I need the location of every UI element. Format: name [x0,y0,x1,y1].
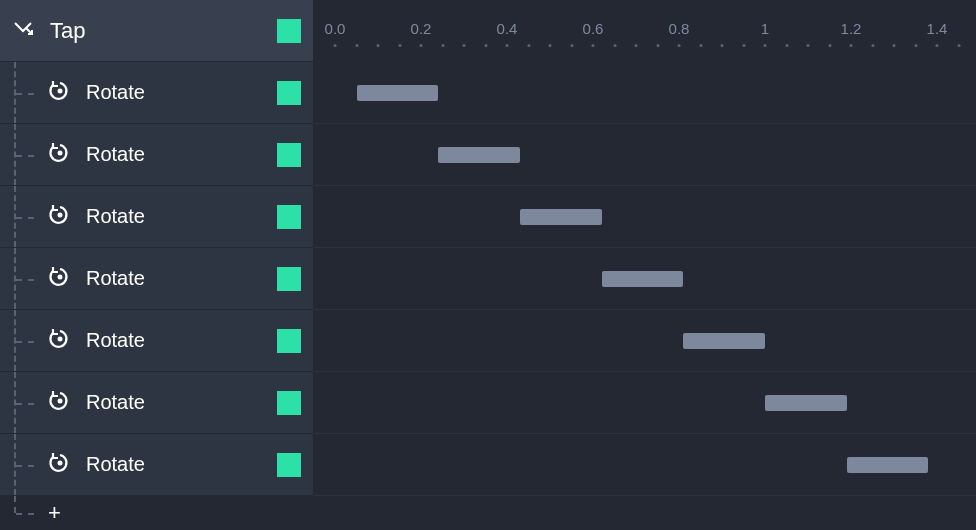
animation-block[interactable] [438,147,520,163]
rotate-icon [47,202,73,232]
svg-point-4 [58,336,63,341]
ruler-minor-tick [506,44,509,47]
ruler-minor-tick [334,44,337,47]
track-list: Tap Rotate [0,0,313,530]
timeline-row[interactable] [313,62,976,124]
animation-block[interactable] [357,85,439,101]
track-row[interactable]: Rotate [0,310,313,372]
track-label: Rotate [78,81,265,104]
rotate-icon [47,140,73,170]
timeline-row[interactable] [313,434,976,496]
ruler-major-tick: 0.6 [583,20,604,37]
ruler-major-tick: 0.4 [497,20,518,37]
color-swatch[interactable] [277,205,301,229]
animation-block[interactable] [602,271,684,287]
track-row[interactable]: Rotate [0,186,313,248]
ruler-minor-tick [377,44,380,47]
add-track-row[interactable]: + [0,496,313,530]
color-swatch[interactable] [277,329,301,353]
track-label: Rotate [78,267,265,290]
track-label: Rotate [78,453,265,476]
ruler-minor-tick [764,44,767,47]
ruler-minor-tick [957,44,960,47]
ruler-minor-tick [549,44,552,47]
color-swatch[interactable] [277,267,301,291]
track-label: Rotate [78,391,265,414]
ruler-minor-tick [828,44,831,47]
ruler-minor-tick [441,44,444,47]
svg-point-2 [58,212,63,217]
ruler-minor-tick [570,44,573,47]
ruler-major-tick: 0.2 [411,20,432,37]
svg-point-1 [58,150,63,155]
ruler-major-tick: 0.8 [669,20,690,37]
ruler-minor-tick [807,44,810,47]
ruler-minor-tick [721,44,724,47]
timeline-row[interactable] [313,248,976,310]
timeline-row[interactable] [313,124,976,186]
color-swatch[interactable] [277,19,301,43]
ruler-minor-tick [871,44,874,47]
track-label: Rotate [78,205,265,228]
tap-icon [12,18,34,44]
track-label: Rotate [78,143,265,166]
ruler-minor-tick [742,44,745,47]
svg-point-6 [58,460,63,465]
ruler-minor-tick [355,44,358,47]
track-row[interactable]: Rotate [0,62,313,124]
ruler-minor-tick [527,44,530,47]
ruler-minor-tick [484,44,487,47]
color-swatch[interactable] [277,391,301,415]
animation-block[interactable] [847,457,929,473]
track-row[interactable]: Rotate [0,372,313,434]
ruler-minor-tick [613,44,616,47]
ruler-major-tick: 1 [761,20,769,37]
ruler-major-tick: 0.0 [325,20,346,37]
animation-block[interactable] [765,395,847,411]
rotate-icon [47,264,73,294]
timeline-area[interactable]: 0.00.20.40.60.811.21.4 [313,0,976,530]
rotate-icon [47,326,73,356]
color-swatch[interactable] [277,81,301,105]
ruler-minor-tick [420,44,423,47]
track-row[interactable]: Rotate [0,248,313,310]
timeline-row[interactable] [313,372,976,434]
ruler-minor-tick [785,44,788,47]
rotate-icon [47,450,73,480]
ruler-minor-tick [699,44,702,47]
track-row[interactable]: Rotate [0,434,313,496]
rotate-icon [47,78,73,108]
color-swatch[interactable] [277,143,301,167]
svg-point-3 [58,274,63,279]
ruler-minor-tick [656,44,659,47]
ruler-minor-tick [592,44,595,47]
ruler-minor-tick [936,44,939,47]
ruler-minor-tick [914,44,917,47]
ruler-major-tick: 1.2 [841,20,862,37]
ruler-minor-tick [678,44,681,47]
rotate-icon [47,388,73,418]
track-row[interactable]: Rotate [0,124,313,186]
group-label: Tap [42,18,265,44]
ruler-minor-tick [463,44,466,47]
animation-block[interactable] [683,333,765,349]
ruler-minor-tick [893,44,896,47]
ruler-minor-tick [635,44,638,47]
group-header[interactable]: Tap [0,0,313,62]
track-label: Rotate [78,329,265,352]
timeline-row[interactable] [313,186,976,248]
ruler-minor-tick [398,44,401,47]
animation-block[interactable] [520,209,602,225]
svg-point-0 [58,88,63,93]
ruler-minor-tick [850,44,853,47]
ruler-major-tick: 1.4 [927,20,948,37]
plus-icon: + [42,500,61,526]
svg-point-5 [58,398,63,403]
timeline-ruler[interactable]: 0.00.20.40.60.811.21.4 [313,0,976,62]
color-swatch[interactable] [277,453,301,477]
timeline-row[interactable] [313,310,976,372]
